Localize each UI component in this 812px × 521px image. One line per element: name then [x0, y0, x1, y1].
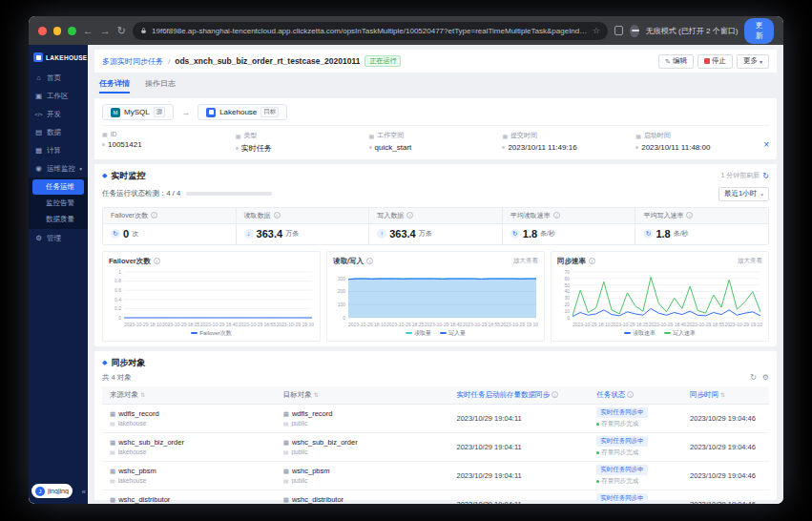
zoom-window-button[interactable]: [68, 27, 76, 35]
table-row[interactable]: wshc_pbsmlakehouse wshc_pbsmpublic 2023/…: [102, 461, 769, 490]
table-row[interactable]: wdfls_recordlakehouse wdfls_recordpublic…: [102, 404, 769, 432]
more-button[interactable]: 更多: [737, 54, 769, 69]
breadcrumb-root-link[interactable]: 多源实时同步任务: [102, 56, 163, 67]
user-menu[interactable]: J jingjing: [31, 484, 73, 498]
browser-update-button[interactable]: 更新: [744, 18, 774, 44]
info-icon[interactable]: [686, 212, 693, 219]
header-sync-time[interactable]: 同步时间: [682, 386, 769, 405]
workspace-icon: [369, 133, 375, 139]
tab-operation-log[interactable]: 操作日志: [145, 78, 176, 94]
svg-text:0.4: 0.4: [115, 296, 121, 302]
sidebar-item-workspace[interactable]: 工作区: [29, 87, 88, 105]
page-title: ods_xnch_sub_biz_order_rt_testcase_20201…: [175, 56, 360, 66]
avatar: J: [35, 487, 45, 496]
reload-icon[interactable]: ↻: [117, 26, 126, 36]
sync-rate-chart: 010203040506070: [557, 269, 762, 321]
svg-text:0: 0: [567, 314, 570, 320]
zoom-chart-link[interactable]: 放大查看: [738, 257, 762, 265]
table-row[interactable]: wshc_distributorlakehouse wshc_distribut…: [102, 490, 769, 504]
arrow-right-icon: [181, 108, 190, 117]
header-initial-sync[interactable]: 实时任务启动前存量数据同步: [448, 386, 589, 405]
info-icon[interactable]: [406, 212, 413, 219]
sidebar: LAKEHOUSE 首页 工作区 开发 数据 计算 运维监控 任务运维 监控告警…: [29, 45, 88, 504]
read-write-chart: 0100200300: [333, 269, 538, 321]
header-source-object[interactable]: 来源对象: [102, 386, 276, 405]
sidebar-item-compute[interactable]: 计算: [29, 141, 88, 159]
minimize-window-button[interactable]: [53, 27, 62, 35]
status-tag: 实时任务同步中: [596, 436, 648, 447]
incognito-mode-label: 无痕模式 (已打开 2 个窗口): [646, 26, 738, 36]
address-bar[interactable]: 19f6f898e.ap-shanghai-tencentcloud.app.c…: [133, 22, 608, 40]
svg-text:200: 200: [338, 288, 346, 294]
read-write-chart-xaxis: 2023-10-29 18:102023-10-29 18:252023-10-…: [333, 322, 538, 327]
refresh-icon[interactable]: [762, 172, 769, 180]
read-write-chart-card: 读取/写入放大查看 0100200300 2023-10-29 18:10202…: [326, 251, 545, 342]
sidebar-item-data[interactable]: 数据: [29, 123, 88, 141]
monitor-icon: [34, 164, 43, 173]
collapse-panel-icon[interactable]: [763, 140, 769, 150]
close-window-button[interactable]: [38, 27, 47, 35]
column-settings-icon[interactable]: [762, 373, 769, 382]
id-icon: [102, 131, 108, 137]
sidebar-item-ops-monitor[interactable]: 运维监控: [29, 159, 88, 177]
table-row[interactable]: wshc_sub_biz_orderlakehouse wshc_sub_biz…: [102, 432, 769, 461]
status-tag: 实时任务同步中: [596, 493, 648, 504]
failover-chart-legend: Failover次数: [109, 329, 314, 338]
sync-rate-chart-card: 同步速率放大查看 010203040506070 2023-10-29 18:1…: [551, 251, 769, 342]
metric-label-read: 读取数据: [237, 208, 370, 223]
sidebar-collapse-icon[interactable]: [82, 488, 86, 496]
sort-icon[interactable]: [138, 390, 145, 399]
stop-button[interactable]: 停止: [697, 54, 733, 69]
target-chip[interactable]: Lakehouse 目标: [198, 104, 287, 120]
sidebar-item-develop[interactable]: 开发: [29, 105, 88, 123]
info-icon[interactable]: [151, 212, 157, 219]
sort-icon[interactable]: [312, 390, 319, 399]
svg-text:0: 0: [118, 314, 121, 320]
info-icon[interactable]: [553, 212, 560, 219]
svg-text:0: 0: [343, 314, 345, 320]
table-icon: [283, 495, 289, 504]
sort-icon[interactable]: [718, 390, 725, 399]
forward-icon[interactable]: →: [100, 26, 111, 36]
section-icon: [102, 359, 107, 366]
sidebar-item-data-quality[interactable]: 数据质量: [29, 211, 88, 227]
info-icon[interactable]: [274, 212, 281, 219]
info-icon[interactable]: [552, 391, 558, 398]
info-icon[interactable]: [627, 391, 634, 398]
source-chip[interactable]: MySQL 源: [102, 104, 174, 120]
metric-label-failover: Failover次数: [103, 208, 237, 223]
incognito-avatar-icon[interactable]: [630, 25, 639, 37]
zoom-chart-link[interactable]: 放大查看: [513, 257, 538, 265]
sidebar-item-alerting[interactable]: 监控告警: [29, 195, 88, 211]
breadcrumb-separator: /: [168, 57, 170, 66]
metric-value-failover: ↻0次: [103, 224, 237, 244]
database-icon: [110, 477, 115, 484]
monitor-section-title: 实时监控: [111, 170, 145, 182]
svg-text:30: 30: [564, 295, 570, 301]
data-icon: [34, 128, 43, 136]
info-icon[interactable]: [589, 258, 595, 264]
bookmark-star-icon[interactable]: ☆: [593, 26, 600, 35]
header-task-status[interactable]: 任务状态: [589, 386, 682, 405]
edit-button[interactable]: 编辑: [658, 54, 694, 69]
sidebar-item-home[interactable]: 首页: [29, 69, 88, 87]
refresh-icon[interactable]: [750, 373, 757, 382]
task-check-progressbar: [186, 192, 272, 196]
back-icon[interactable]: ←: [83, 26, 94, 36]
task-check-label: 任务运行状态检测：4 / 4: [102, 189, 180, 198]
time-range-select[interactable]: 最近1小时: [718, 187, 769, 201]
table-icon: [110, 409, 115, 418]
header-target-object[interactable]: 目标对象: [276, 386, 449, 405]
info-icon[interactable]: [154, 258, 160, 264]
status-tag: 实时任务同步中: [596, 465, 648, 475]
database-icon: [283, 420, 289, 427]
svg-text:70: 70: [564, 269, 570, 275]
browser-panel-icon[interactable]: [614, 26, 622, 35]
tab-task-detail[interactable]: 任务详情: [99, 78, 130, 94]
sync-rate-chart-legend: 读取速率写入速率: [557, 329, 762, 338]
info-icon[interactable]: [366, 258, 373, 264]
sidebar-item-admin[interactable]: 管理: [29, 229, 88, 247]
url-text: 19f6f898e.ap-shanghai-tencentcloud.app.c…: [152, 27, 588, 35]
database-icon: [110, 448, 115, 455]
sidebar-item-task-ops[interactable]: 任务运维: [32, 179, 84, 195]
